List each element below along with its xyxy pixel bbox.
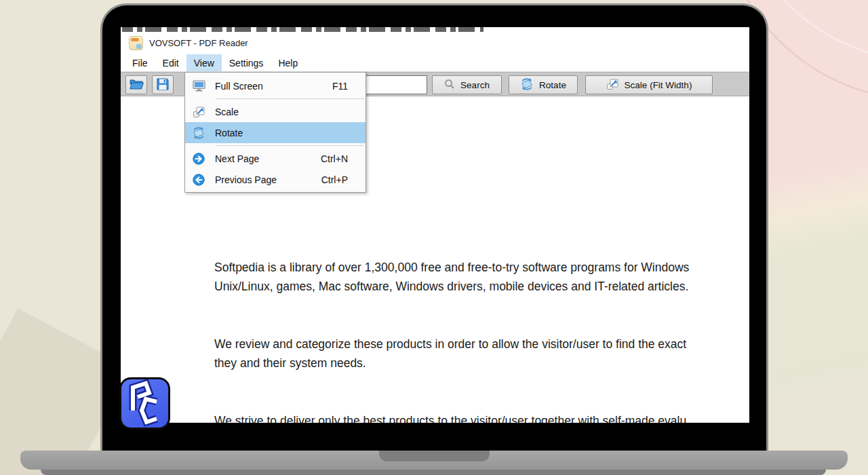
save-icon [157,78,169,92]
save-button[interactable] [152,75,174,94]
menu-edit[interactable]: Edit [155,54,186,71]
doc-line: Unix/Linux, games, Mac software, Windows… [214,277,749,296]
menu-item-full-screen[interactable]: Full Screen F11 [185,75,366,96]
view-dropdown-menu: Full Screen F11 Scale [184,72,366,193]
monitor-icon [191,80,206,92]
laptop-base [20,451,848,470]
menu-item-rotate[interactable]: Rotate [185,122,366,143]
menu-item-scale[interactable]: Scale [185,101,366,122]
laptop-base-edge [41,470,826,475]
scale-fit-width-button[interactable]: Scale (Fit Width) [585,75,713,94]
search-icon [444,79,455,92]
menu-view[interactable]: View [186,54,222,71]
paragraph: Softpedia is a library of over 1,300,000… [214,258,749,296]
rotate-button[interactable]: Rotate [509,75,578,94]
rotate-icon [520,78,534,92]
title-bar: VOVSOFT - PDF Reader [121,27,749,54]
rotate-icon [191,127,206,139]
menu-help[interactable]: Help [271,54,305,71]
menu-item-next-page[interactable]: Next Page Ctrl+N [185,148,366,169]
open-file-button[interactable] [125,75,147,94]
menu-item-previous-page[interactable]: Previous Page Ctrl+P [185,169,366,190]
app-icon [129,36,143,50]
paragraph: We review and categorize these products … [214,335,749,373]
open-folder-icon [130,78,144,92]
pc-watermark-logo [119,377,170,430]
doc-line: they and their system needs. [214,354,749,373]
next-page-icon [191,153,206,165]
scale-icon [606,78,619,92]
laptop-hinge-notch [379,451,490,461]
previous-page-icon [191,174,206,186]
scale-icon [191,106,206,118]
menu-bar: File Edit View Settings Help [121,54,749,72]
menu-separator [216,145,364,146]
window-title: VOVSOFT - PDF Reader [149,38,248,48]
menu-separator [216,98,364,99]
doc-line: We review and categorize these products … [214,335,749,354]
paragraph: We strive to deliver only the best produ… [214,411,749,423]
menu-settings[interactable]: Settings [222,54,271,71]
menu-file[interactable]: File [125,54,155,71]
doc-line: We strive to deliver only the best produ… [214,411,749,423]
search-button[interactable]: Search [432,75,502,94]
doc-line: Softpedia is a library of over 1,300,000… [214,258,749,277]
